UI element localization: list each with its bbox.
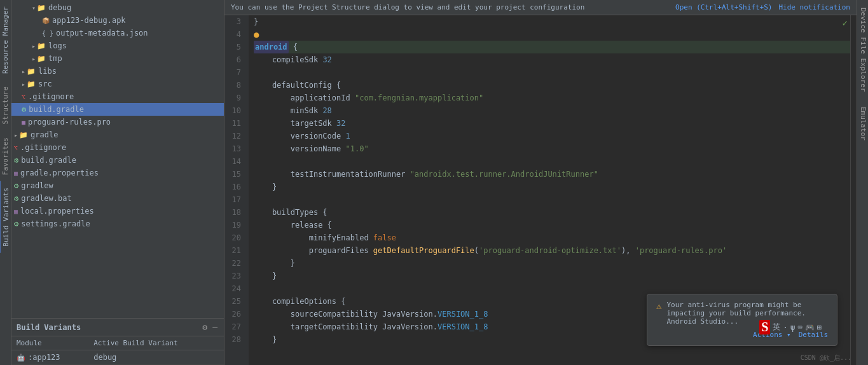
folder-icon: 📁 (27, 80, 36, 88)
list-item[interactable]: ▦ local.properties (11, 205, 224, 217)
line-num-10: 10 (224, 104, 245, 117)
list-item[interactable]: ▾ 📁 debug (11, 1, 224, 14)
expand-arrow: ▸ (22, 81, 25, 88)
code-line-10: minSdk 28 (254, 104, 850, 117)
list-item[interactable]: ▸ 📁 src (11, 78, 224, 90)
build-variants-panel: Build Variants ⚙ — Module Active Build V… (11, 318, 224, 365)
list-item[interactable]: ⚙ gradlew.bat (11, 192, 224, 205)
code-line-4: ● (254, 28, 850, 41)
expand-arrow: ▸ (32, 55, 36, 62)
module-name: :app123 (28, 353, 60, 362)
file-name: src (38, 79, 52, 88)
module-cell: 🤖 :app123 (11, 350, 88, 365)
file-tree: ▾ 📁 debug 📦 app123-debug.apk { } output-… (11, 0, 224, 318)
line-num-28: 28 (224, 333, 245, 346)
sidebar-item-favorites[interactable]: Favorites (0, 131, 11, 182)
expand-arrow: ▸ (22, 68, 25, 75)
main-area: You can use the Project Structure dialog… (224, 0, 857, 365)
code-line-14 (254, 155, 850, 168)
left-vertical-tabs: Resource Manager Structure Favorites Bui… (0, 0, 11, 365)
module-column-header: Module (11, 336, 88, 350)
line-num-22: 22 (224, 257, 245, 270)
line-num-20: 20 (224, 231, 245, 244)
code-line-17 (254, 193, 850, 206)
list-item[interactable]: ⚙ build.gradle (11, 154, 224, 167)
code-line-22: } (254, 257, 850, 270)
sidebar-item-device-file-explorer[interactable]: Device File Explorer (857, 0, 868, 99)
file-name: gradlew (21, 181, 53, 190)
expand-arrow: ▸ (32, 43, 36, 50)
code-line-13: versionName "1.0" (254, 142, 850, 155)
ime-game-icon[interactable]: 🎮 (805, 323, 815, 332)
code-line-12: versionCode 1 (254, 130, 850, 142)
line-num-14: 14 (224, 155, 245, 168)
list-item[interactable]: ⚙ build.gradle (11, 103, 224, 116)
line-numbers: 3 4 5 6 7 8 9 10 11 12 13 14 15 16 17 18… (224, 15, 249, 365)
file-name: logs (48, 41, 67, 50)
code-line-6: compileSdk 32 (254, 53, 850, 66)
line-num-18: 18 (224, 206, 245, 219)
code-editor: 3 4 5 6 7 8 9 10 11 12 13 14 15 16 17 18… (224, 15, 857, 365)
gradle-icon: ⚙ (22, 105, 26, 114)
sohu-icon: S (759, 320, 770, 334)
bat-icon: ⚙ (14, 194, 18, 203)
line-num-13: 13 (224, 142, 245, 155)
sidebar-item-structure[interactable]: Structure (0, 80, 11, 131)
gradle-icon: ⚙ (14, 219, 18, 228)
line-num-5: 5 (224, 41, 245, 53)
hide-notification-link[interactable]: Hide notification (778, 3, 850, 11)
ime-grid-icon[interactable]: ⊞ (817, 323, 822, 332)
sidebar-item-resource-manager[interactable]: Resource Manager (0, 0, 11, 80)
ime-lang-btn[interactable]: 英 (773, 322, 780, 333)
list-item[interactable]: ▸ 📁 libs (11, 65, 224, 78)
build-variants-toolbar: ⚙ — (201, 321, 219, 333)
list-item[interactable]: ⚙ settings.gradle (11, 217, 224, 230)
csdn-watermark: CSDN @欣_启... (801, 354, 851, 362)
minimize-icon[interactable]: — (211, 321, 219, 333)
open-project-structure-link[interactable]: Open (Ctrl+Alt+Shift+S) (675, 3, 772, 11)
vertical-scrollbar[interactable] (850, 15, 857, 365)
list-item[interactable]: { } output-metadata.json (11, 27, 224, 39)
file-name: app123-debug.apk (52, 16, 126, 25)
ime-dot: · (783, 323, 787, 332)
settings-icon[interactable]: ⚙ (201, 321, 209, 333)
line-num-11: 11 (224, 117, 245, 130)
build-variants-table: Module Active Build Variant 🤖 :app123 de… (11, 336, 224, 365)
file-name: proguard-rules.pro (28, 118, 111, 127)
code-line-20: minifyEnabled false (254, 231, 850, 244)
sidebar-item-build-variants[interactable]: Build Variants (0, 181, 11, 253)
line-num-26: 26 (224, 308, 245, 320)
android-icon: 🤖 (17, 354, 25, 362)
pro-icon: ■ (22, 119, 25, 126)
list-item[interactable]: ⚙ gradlew (11, 179, 224, 192)
list-item[interactable]: ⌥ .gitignore (11, 141, 224, 154)
file-name: .gitignore (20, 143, 66, 152)
folder-icon: 📁 (37, 55, 46, 63)
ime-keyboard-icon[interactable]: ⌨ (798, 323, 803, 332)
folder-icon: 📁 (27, 67, 36, 76)
code-line-15: testInstrumentationRunner "androidx.test… (254, 168, 850, 181)
line-num-19: 19 (224, 219, 245, 231)
ime-mic-icon[interactable]: ψ (790, 322, 796, 332)
file-name: libs (38, 67, 57, 76)
code-line-3: } (254, 15, 850, 28)
line-num-24: 24 (224, 282, 245, 295)
sidebar-item-emulator[interactable]: Emulator (857, 99, 868, 148)
list-item[interactable]: 📦 app123-debug.apk (11, 14, 224, 27)
list-item[interactable]: ▦ gradle.properties (11, 167, 224, 179)
expand-arrow: ▾ (32, 4, 36, 11)
folder-icon: 📁 (37, 4, 46, 12)
list-item[interactable]: ▸ 📁 gradle (11, 128, 224, 141)
variant-cell[interactable]: debug (88, 350, 224, 365)
prop-icon: ▦ (14, 170, 18, 177)
checkmark-icon: ✓ (843, 18, 848, 28)
line-num-16: 16 (224, 181, 245, 193)
file-name: output-metadata.json (56, 29, 148, 38)
list-item[interactable]: ■ proguard-rules.pro (11, 116, 224, 128)
list-item[interactable]: ⌥ .gitignore (11, 90, 224, 103)
code-line-11: targetSdk 32 (254, 117, 850, 130)
file-name: gradle (31, 130, 58, 139)
list-item[interactable]: ▸ 📁 logs (11, 39, 224, 52)
list-item[interactable]: ▸ 📁 tmp (11, 52, 224, 65)
code-line-24 (254, 282, 850, 295)
